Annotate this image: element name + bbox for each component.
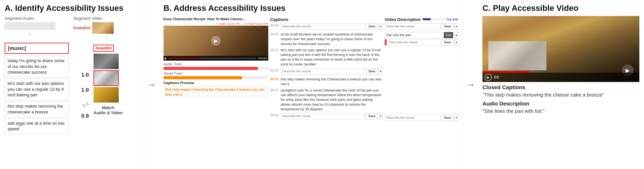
pan-foil-visual [488,41,546,70]
vd-chevron-button-25b[interactable]: ▾ [454,39,458,46]
match-audio-video-label: MatchAudio & Video [94,105,122,115]
timestamp-1: 00:03 [270,32,279,46]
section-c-title: C. Play Accessible Video [482,4,639,13]
video-large[interactable]: ▶ ▶ CC [482,16,639,82]
audio-track-bar [164,67,268,70]
video-thumb-2 [94,54,119,69]
color-swatch-red [385,39,386,46]
audio-track-fill [164,67,258,70]
diagonal-score: 0.4 [82,101,90,109]
video-thumb-4 [94,87,119,103]
b-video-title: Easy Cheesecake Recipe: How To Make Clas… [164,17,246,21]
score-1: 1.0 [79,72,89,78]
segment-audio-label: Segment Audio [5,16,69,21]
audio-description-section: Audio Description "She lines the pan wit… [482,101,639,115]
entry-text-1: at the Kraft kitchens we've created hund… [281,32,383,46]
vd-progress-fill [423,18,431,20]
captions-preview-text-content: this step makes removing the Cheesecake … [165,88,264,96]
music-box: [music] [5,43,69,54]
video-progress-bar[interactable]: ▶ YouTube [164,56,268,61]
describe-sound-input-0[interactable] [281,23,365,30]
vd-input-row-53: Save ▾ [385,115,458,121]
vd-progress-bar [423,18,445,20]
vd-chevron-button-0[interactable]: ▾ [454,23,458,30]
vd-flip-input[interactable] [385,32,443,38]
cc-badge[interactable]: CC [494,75,499,79]
captions-label: Captions [270,17,288,22]
timeline-entry-32: 00:32 this step makes removing the Chees… [270,77,383,86]
video-desc-label: Video Description [385,17,421,22]
video-thumb-top [92,22,114,34]
issues-audio: 7 audio issues left [216,22,240,25]
text-segment-4: add eggs one at a time on low speed [5,118,69,134]
audio-track-label: Audio Track [164,62,268,66]
text-segment-1: today I'm going to share some of our sec… [5,56,69,77]
describe-visual-input-53[interactable] [281,113,365,119]
large-play-btn[interactable]: ▶ [485,74,492,81]
score-2: 1.0 [79,87,89,93]
vd-describe-visual-input-0[interactable] [385,23,441,30]
timeline-entry-37: 00:37 springform pan for a round cheesec… [270,88,383,111]
arrow-a-to-b: → [146,79,157,90]
save-button-0[interactable]: Save [366,23,377,30]
timeline-entry-0: 00:00 Save ▾ [270,23,383,31]
howdini-logo-top: howdini [73,24,91,32]
describe-sound-input-25[interactable] [281,68,365,74]
entry-text-2: let's start with our pan options you can… [281,48,383,67]
vd-save-button-25b[interactable]: Save [442,39,453,46]
vd-save-button-0[interactable]: Save [442,23,453,30]
timestamp-32: 00:32 [270,77,279,86]
vd-entry-25: Edit ▾ Save ▾ [385,32,458,46]
entry-text-37: springform pan for a round cheesecake th… [281,88,383,111]
issues-visual: 11 visual issues left [243,22,268,25]
section-a: A. Identify Accessibility Issues Segment… [0,0,144,169]
vd-describe-visual-input-25b[interactable] [388,39,441,46]
timestamp-2: 00:11 [270,48,279,67]
sound-input-row-25: Save ▾ [281,68,383,74]
audio-waveform [5,22,55,30]
captions-preview-text: this step makes removing the Cheesecake … [164,86,268,98]
vd-flip-row: Edit ▾ [385,32,458,38]
video-large-overlay: ▶ CC [482,71,639,82]
chevron-button-0[interactable]: ▾ [379,23,383,30]
save-button-53[interactable]: Save [366,113,377,119]
video-play-icon[interactable]: ▶ [211,36,221,46]
visual-track-bar [164,76,268,79]
vd-edit-button[interactable]: Edit [444,32,453,38]
audio-desc-title: Audio Description [482,101,639,107]
video-progress-bg [168,58,256,59]
visual-track-label: Visual Track [164,72,268,76]
closed-captions-quote: "This step makes removing the cheese cak… [482,91,639,98]
segment-video-label: Segment Video [73,16,139,21]
arrow-down-video: ↓ [73,35,139,40]
arrow-down-audio: ↓ [5,31,55,36]
timeline-entry-25: 00:25 Save ▾ [270,68,383,75]
save-button-25[interactable]: Save [366,68,377,74]
score-4: 0.9 [79,113,89,119]
vd-chevron-button-53b[interactable]: ▾ [454,115,458,121]
vd-describe-visual-input-53[interactable] [385,115,441,121]
timeline-entry-53: 00:53 Save ▾ [270,113,383,120]
video-thumb-3-highlighted [94,70,119,86]
chevron-button-53[interactable]: ▾ [379,113,383,119]
closed-captions-section: Closed Captions "This step makes removin… [482,84,639,98]
vd-save-button-53[interactable]: Save [442,115,453,121]
timestamp-25: 00:25 [270,68,279,75]
video-desc-panel-header: Video Description Top 35% [385,17,458,22]
captions-panel-header: Captions [270,17,383,22]
vd-entry-53: Save ▾ [385,115,458,122]
chevron-button-25[interactable]: ▾ [379,68,383,74]
entry-text-32: this step makes removing the Cheesecake … [281,77,383,86]
video-large-controls: ▶ CC [482,73,639,82]
timeline-entry-2: 00:11 let's start with our pan options y… [270,48,383,67]
timeline-entry-1: 00:03 at the Kraft kitchens we've create… [270,32,383,46]
video-player[interactable]: ▶ ▶ YouTube [164,26,268,61]
timestamp-37: 00:37 [270,88,279,111]
section-b: B. Address Accessibility Issues Easy Che… [159,0,463,169]
top35-badge: Top 35% [446,18,458,21]
vd-entry-0: Save ▾ [385,23,458,31]
vd-chevron-button-25[interactable]: ▾ [454,32,458,38]
timestamp-53: 00:53 [270,113,279,120]
vd-visual-row-25b: Save ▾ [385,39,458,46]
video-large-progress [482,71,530,73]
